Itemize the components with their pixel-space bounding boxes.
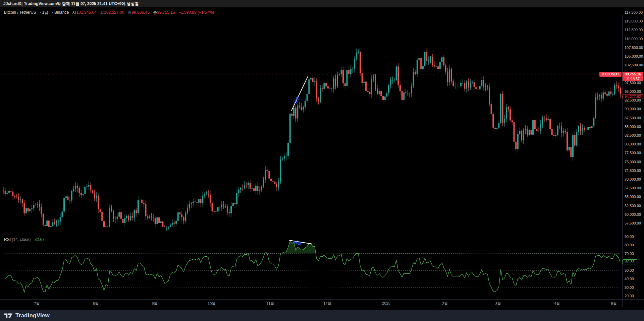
time-tick: 4월 [554, 301, 560, 306]
symbol-title[interactable]: Bitcoin / TetherUS [4, 10, 36, 15]
candle-body [166, 227, 167, 227]
rsi-params-text: (14, close) [12, 237, 31, 242]
rsi-legend-value: 32.67 [35, 237, 45, 242]
open-value: 101,346.04 [76, 10, 97, 15]
high-label: 고 [100, 10, 104, 15]
price-tick: 77,500.00 [625, 151, 643, 155]
symbol-price-tag: BTCUSDT [599, 72, 622, 77]
price-tick: 90,000.00 [625, 107, 643, 111]
symbol-legend[interactable]: Bitcoin / TetherUS · 1날 · Binance 시101,3… [4, 10, 214, 15]
fall-annotation-label[interactable]: 하락 [293, 240, 302, 247]
time-tick: 11월 [267, 301, 274, 306]
low-value: 99,636.45 [131, 10, 149, 15]
rsi-tick: 50.00 [625, 268, 643, 272]
symbol-interval[interactable]: 1날 [42, 10, 49, 15]
time-tick: 2월 [442, 301, 448, 306]
footer-bar: TradingView [0, 310, 644, 321]
price-tick: 85,000.00 [625, 125, 643, 129]
legend-separator-2: · [52, 10, 53, 15]
rsi-tick: 40.00 [625, 277, 643, 281]
time-tick: 2025 [382, 301, 390, 305]
rsi-legend[interactable]: RSI (14, close) 32.67 [4, 237, 45, 242]
price-tick: 75,000.00 [625, 160, 643, 164]
legend-separator-1: · [40, 10, 41, 15]
time-tick: 3월 [495, 301, 501, 306]
price-tick: 87,500.00 [625, 116, 643, 120]
price-tick: 102,500.00 [625, 63, 643, 67]
candle-body [168, 227, 169, 227]
change-value: −1,590.88 (−1.57%) [178, 10, 214, 15]
price-tick: 97,500.00 [625, 81, 643, 85]
attribution-text: JJchard이 TradingView.com와 함께 11월 07, 202… [3, 1, 139, 6]
price-tick: 110,000.00 [625, 37, 643, 41]
time-tick: 9월 [152, 301, 157, 306]
current-price-label: 99,755.16 11:18:37 [623, 72, 643, 81]
price-countdown: 11:18:37 [623, 77, 643, 81]
price-tick: 80,000.00 [625, 142, 643, 146]
rsi-overbought-fill [5, 241, 621, 293]
high-value: 102,527.00 [104, 10, 124, 15]
last-close-price-label: 94,277.62 [623, 94, 643, 99]
price-tick: 107,500.00 [625, 46, 643, 50]
rsi-current-value-label: 60.35 [623, 259, 637, 264]
price-tick: 82,500.00 [625, 133, 643, 137]
rsi-tick: 80.00 [625, 243, 643, 247]
price-tick: 115,000.00 [625, 19, 643, 23]
rsi-title[interactable]: RSI [4, 237, 11, 242]
price-tick: 95,000.00 [625, 89, 643, 93]
time-tick: 7월 [34, 301, 40, 306]
panel-separator[interactable] [0, 235, 644, 235]
price-tick: 72,500.00 [625, 169, 643, 173]
price-and-rsi-plot[interactable] [0, 7, 644, 310]
price-tick: 62,500.00 [625, 204, 643, 208]
price-tick: 57,500.00 [625, 221, 643, 225]
rsi-tick: 20.00 [625, 294, 643, 298]
rsi-tick: 30.00 [625, 285, 643, 290]
attribution-bar: JJchard이 TradingView.com와 함께 11월 07, 202… [0, 0, 644, 7]
tradingview-brand-text[interactable]: TradingView [15, 312, 50, 319]
close-value: 99,755.16 [157, 10, 175, 15]
price-tick: 67,500.00 [625, 186, 643, 190]
price-tick: 60,000.00 [625, 212, 643, 216]
price-tick: 65,000.00 [625, 195, 643, 199]
time-tick: 8월 [93, 301, 99, 306]
time-tick: 10월 [208, 301, 215, 306]
time-tick: 5월 [611, 301, 617, 306]
symbol-exchange: Binance [54, 10, 69, 15]
price-tick: 117,500.00 [625, 10, 643, 14]
price-tick: 112,500.00 [625, 28, 643, 32]
rsi-tick: 90.00 [625, 235, 643, 239]
current-price-value: 99,755.16 [623, 72, 643, 77]
time-axis-border [0, 299, 644, 300]
time-tick: 12월 [323, 301, 331, 306]
price-tick: 70,000.00 [625, 177, 643, 181]
price-tick: 105,000.00 [625, 54, 643, 58]
rsi-tick: 70.00 [625, 252, 643, 256]
chart-region[interactable]: Bitcoin / TetherUS · 1날 · Binance 시101,3… [0, 7, 644, 310]
open-label: 시 [72, 10, 76, 15]
close-label: 종 [153, 10, 157, 15]
low-label: 저 [127, 10, 131, 15]
candle-wicks-down [3, 49, 621, 227]
tradingview-logo-icon[interactable] [4, 312, 13, 319]
